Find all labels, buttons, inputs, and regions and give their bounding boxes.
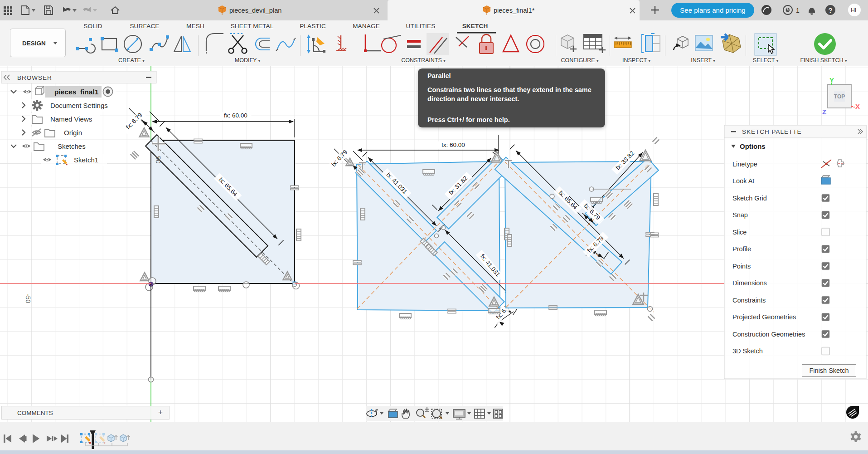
svg-text:Slice: Slice bbox=[732, 229, 747, 236]
svg-text:Sketch Grid: Sketch Grid bbox=[732, 195, 767, 202]
svg-text:Linetype: Linetype bbox=[732, 161, 757, 168]
svg-text:Look At: Look At bbox=[732, 177, 754, 185]
svg-text:Snap: Snap bbox=[732, 211, 748, 219]
svg-text:SKETCH PALETTE: SKETCH PALETTE bbox=[742, 128, 802, 135]
svg-text:Y: Y bbox=[829, 76, 834, 84]
svg-text:Finish Sketch: Finish Sketch bbox=[809, 367, 849, 374]
svg-text:TOP: TOP bbox=[834, 93, 845, 100]
svg-text:DESIGN: DESIGN bbox=[22, 40, 46, 47]
svg-text:Profile: Profile bbox=[732, 245, 751, 253]
svg-text:Z: Z bbox=[822, 108, 826, 116]
svg-text:Constraints: Constraints bbox=[732, 297, 766, 304]
svg-text:Construction Geometries: Construction Geometries bbox=[732, 331, 805, 338]
svg-text:-X: -X bbox=[853, 103, 860, 110]
svg-text:Options: Options bbox=[740, 142, 766, 150]
svg-text:Projected Geometries: Projected Geometries bbox=[732, 313, 796, 321]
svg-text:Dimensions: Dimensions bbox=[732, 279, 767, 287]
svg-text:Points: Points bbox=[732, 263, 751, 270]
svg-text:3D Sketch: 3D Sketch bbox=[732, 347, 763, 355]
